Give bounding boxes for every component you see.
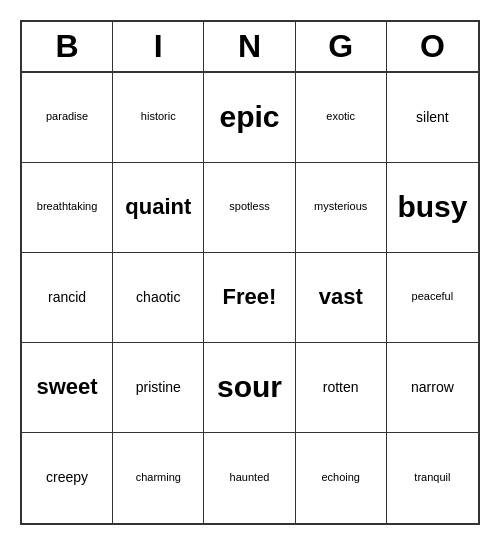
bingo-cell: chaotic — [113, 253, 204, 343]
cell-text: peaceful — [412, 290, 454, 303]
cell-text: historic — [141, 110, 176, 123]
bingo-cell: narrow — [387, 343, 478, 433]
header-letter: O — [387, 22, 478, 71]
header-letter: N — [204, 22, 295, 71]
cell-text: sweet — [37, 374, 98, 400]
bingo-cell: charming — [113, 433, 204, 523]
bingo-header: BINGO — [22, 22, 478, 73]
cell-text: haunted — [230, 471, 270, 484]
cell-text: rancid — [48, 289, 86, 306]
cell-text: exotic — [326, 110, 355, 123]
bingo-cell: epic — [204, 73, 295, 163]
cell-text: echoing — [321, 471, 360, 484]
bingo-cell: silent — [387, 73, 478, 163]
bingo-cell: pristine — [113, 343, 204, 433]
bingo-cell: busy — [387, 163, 478, 253]
bingo-cell: vast — [296, 253, 387, 343]
cell-text: pristine — [136, 379, 181, 396]
header-letter: G — [296, 22, 387, 71]
cell-text: chaotic — [136, 289, 180, 306]
cell-text: breathtaking — [37, 200, 98, 213]
bingo-cell: sour — [204, 343, 295, 433]
cell-text: tranquil — [414, 471, 450, 484]
bingo-cell: echoing — [296, 433, 387, 523]
cell-text: rotten — [323, 379, 359, 396]
bingo-grid: paradisehistoricepicexoticsilentbreathta… — [22, 73, 478, 523]
bingo-cell: spotless — [204, 163, 295, 253]
bingo-cell: Free! — [204, 253, 295, 343]
bingo-cell: paradise — [22, 73, 113, 163]
bingo-cell: rotten — [296, 343, 387, 433]
cell-text: busy — [397, 189, 467, 225]
cell-text: vast — [319, 284, 363, 310]
bingo-cell: haunted — [204, 433, 295, 523]
cell-text: spotless — [229, 200, 269, 213]
cell-text: narrow — [411, 379, 454, 396]
cell-text: sour — [217, 369, 282, 405]
bingo-cell: exotic — [296, 73, 387, 163]
bingo-cell: creepy — [22, 433, 113, 523]
bingo-cell: peaceful — [387, 253, 478, 343]
cell-text: Free! — [223, 284, 277, 310]
bingo-card: BINGO paradisehistoricepicexoticsilentbr… — [20, 20, 480, 525]
bingo-cell: rancid — [22, 253, 113, 343]
bingo-cell: quaint — [113, 163, 204, 253]
cell-text: paradise — [46, 110, 88, 123]
cell-text: epic — [219, 99, 279, 135]
bingo-cell: tranquil — [387, 433, 478, 523]
header-letter: I — [113, 22, 204, 71]
bingo-cell: mysterious — [296, 163, 387, 253]
bingo-cell: historic — [113, 73, 204, 163]
bingo-cell: breathtaking — [22, 163, 113, 253]
cell-text: quaint — [125, 194, 191, 220]
cell-text: creepy — [46, 469, 88, 486]
bingo-cell: sweet — [22, 343, 113, 433]
cell-text: mysterious — [314, 200, 367, 213]
header-letter: B — [22, 22, 113, 71]
cell-text: charming — [136, 471, 181, 484]
cell-text: silent — [416, 109, 449, 126]
